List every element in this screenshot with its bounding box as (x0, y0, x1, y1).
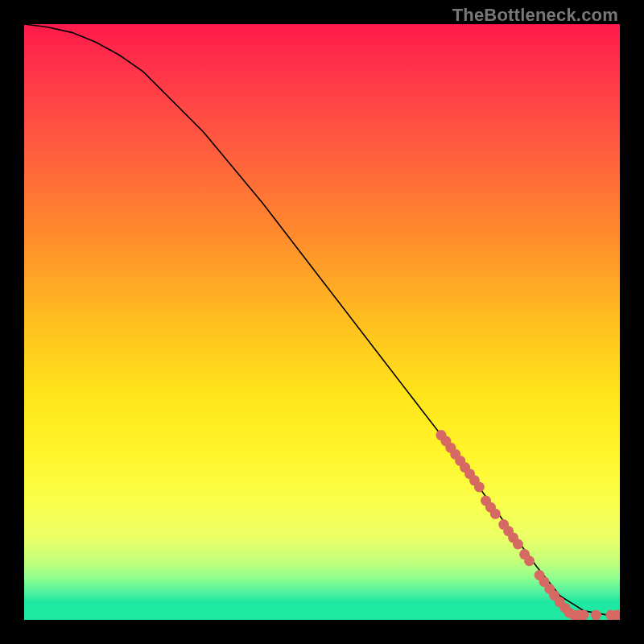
data-point (578, 610, 588, 620)
data-point (591, 610, 601, 620)
data-point (474, 481, 485, 492)
highlight-points-group (436, 430, 621, 620)
data-point (513, 539, 523, 550)
chart-svg (24, 24, 620, 620)
plot-area (24, 24, 620, 620)
chart-stage: TheBottleneck.com (0, 0, 644, 644)
curve-line (24, 24, 620, 615)
data-point (524, 555, 535, 566)
watermark-text: TheBottleneck.com (452, 5, 618, 26)
data-point (490, 509, 501, 519)
